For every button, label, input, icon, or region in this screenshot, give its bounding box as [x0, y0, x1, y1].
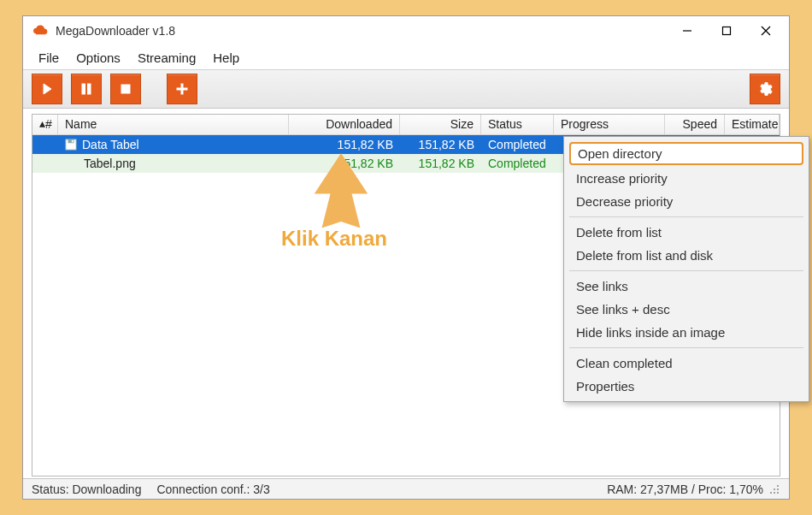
menubar: File Options Streaming Help: [23, 45, 789, 69]
menu-help[interactable]: Help: [204, 49, 248, 67]
svg-rect-12: [72, 140, 74, 143]
svg-rect-7: [121, 85, 130, 93]
col-progress[interactable]: Progress: [554, 115, 665, 134]
pause-button[interactable]: [71, 74, 102, 104]
svg-point-19: [770, 492, 772, 494]
ctx-separator: [569, 216, 803, 217]
window-close-button[interactable]: [746, 18, 786, 44]
menu-file[interactable]: File: [30, 49, 68, 67]
col-speed[interactable]: Speed: [665, 115, 725, 134]
svg-rect-1: [723, 27, 731, 35]
app-window: MegaDownloader v1.8 File Options Streami…: [22, 15, 790, 500]
ctx-hide-links[interactable]: Hide links inside an image: [564, 321, 809, 344]
ctx-decrease-priority[interactable]: Decrease priority: [564, 190, 809, 213]
stop-button[interactable]: [110, 74, 141, 104]
svg-point-18: [774, 492, 775, 494]
app-cloud-icon: [32, 22, 49, 39]
svg-point-17: [777, 492, 779, 494]
add-button[interactable]: [167, 74, 197, 104]
titlebar: MegaDownloader v1.8: [23, 16, 789, 45]
context-menu: Open directory Increase priority Decreas…: [563, 136, 809, 402]
table-header: ▴# Name Downloaded Size Status Progress …: [32, 115, 780, 135]
row-status: Completed: [481, 157, 554, 170]
svg-rect-5: [82, 84, 85, 94]
ctx-separator: [569, 347, 803, 348]
col-estimated[interactable]: Estimated: [725, 115, 780, 134]
ctx-see-links-desc[interactable]: See links + desc: [564, 298, 809, 321]
svg-rect-6: [88, 84, 91, 94]
app-title: MegaDownloader v1.8: [56, 24, 175, 38]
window-minimize-button[interactable]: [668, 18, 707, 44]
row-name: Tabel.png: [84, 157, 136, 170]
col-downloaded[interactable]: Downloaded: [289, 115, 400, 134]
window-maximize-button[interactable]: [707, 18, 746, 44]
ctx-separator: [569, 270, 803, 271]
ctx-see-links[interactable]: See links: [564, 275, 809, 298]
ctx-open-directory[interactable]: Open directory: [569, 142, 803, 165]
ctx-delete-from-list-and-disk[interactable]: Delete from list and disk: [564, 244, 809, 267]
settings-button[interactable]: [750, 74, 780, 104]
connection-text: Connection conf.: 3/3: [156, 482, 269, 496]
ctx-properties[interactable]: Properties: [564, 375, 809, 398]
row-size: 151,82 KB: [400, 138, 481, 151]
col-num[interactable]: ▴#: [32, 115, 58, 134]
svg-marker-4: [44, 84, 51, 94]
toolbar: [23, 69, 789, 109]
ctx-increase-priority[interactable]: Increase priority: [564, 167, 809, 190]
disk-icon: [65, 139, 77, 151]
ram-proc-text: RAM: 27,37MB / Proc: 1,70%: [607, 482, 763, 496]
row-size: 151,82 KB: [400, 157, 481, 170]
col-name[interactable]: Name: [58, 115, 289, 134]
play-button[interactable]: [32, 74, 62, 104]
col-size[interactable]: Size: [400, 115, 481, 134]
svg-rect-9: [177, 88, 187, 90]
statusbar: Status: Downloading Connection conf.: 3/…: [23, 478, 789, 499]
col-status[interactable]: Status: [481, 115, 554, 134]
ctx-delete-from-list[interactable]: Delete from list: [564, 221, 809, 244]
row-downloaded: 151,82 KB: [289, 157, 400, 170]
row-downloaded: 151,82 KB: [289, 138, 400, 151]
svg-point-15: [777, 488, 779, 490]
status-text: Status: Downloading: [32, 482, 141, 496]
row-name: Data Tabel: [82, 138, 139, 151]
svg-point-14: [777, 485, 779, 487]
ctx-clean-completed[interactable]: Clean completed: [564, 352, 809, 375]
menu-streaming[interactable]: Streaming: [129, 49, 204, 67]
resize-gripper-icon[interactable]: [768, 483, 780, 495]
svg-point-16: [774, 488, 775, 490]
menu-options[interactable]: Options: [68, 49, 129, 67]
row-status: Completed: [481, 138, 554, 151]
